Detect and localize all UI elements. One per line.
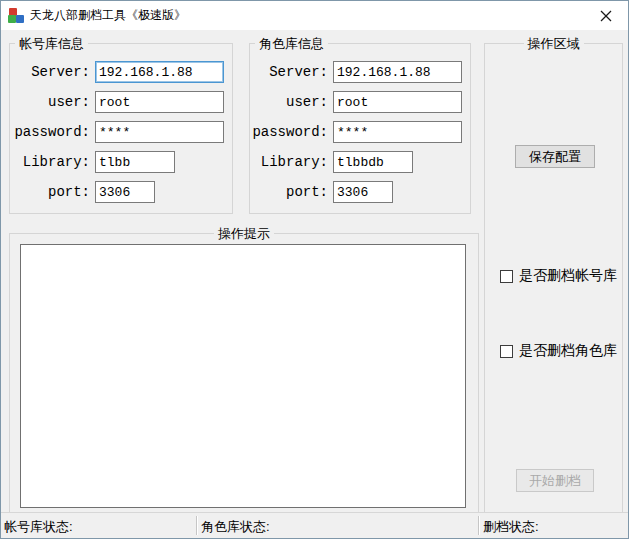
app-window: 天龙八部删档工具《极速版》 帐号库信息 Server: user: passwo…	[0, 0, 629, 539]
role-server-label: Server:	[250, 64, 328, 80]
role-user-label: user:	[250, 94, 328, 110]
statusbar-separator-1	[196, 516, 198, 535]
role-db-status: 角色库状态:	[201, 518, 270, 536]
role-library-row: Library:	[250, 151, 470, 173]
app-blocks-icon	[8, 8, 24, 24]
role-user-input[interactable]	[333, 91, 462, 113]
statusbar-separator-2	[478, 516, 480, 535]
operations-group: 操作区域 保存配置 是否删档帐号库 是否删档角色库 开始删档	[484, 43, 623, 513]
delete-role-db-checkbox[interactable]	[500, 345, 513, 358]
account-user-row: user:	[10, 91, 232, 113]
delete-account-db-checkbox-label: 是否删档帐号库	[519, 267, 617, 285]
delete-account-db-checkbox-row[interactable]: 是否删档帐号库	[500, 268, 617, 284]
account-password-row: password:	[10, 121, 232, 143]
close-button[interactable]	[583, 1, 628, 30]
account-db-group-title: 帐号库信息	[15, 35, 88, 52]
role-port-input[interactable]	[333, 181, 393, 203]
delete-role-db-checkbox-row[interactable]: 是否删档角色库	[500, 343, 617, 359]
status-bar: 帐号库状态: 角色库状态: 删档状态:	[1, 512, 628, 538]
account-server-label: Server:	[10, 64, 90, 80]
account-port-row: port:	[10, 181, 232, 203]
account-db-group: 帐号库信息 Server: user: password: Library: p…	[9, 43, 233, 214]
account-user-input[interactable]	[95, 91, 224, 113]
role-port-label: port:	[250, 184, 328, 200]
delete-role-db-checkbox-label: 是否删档角色库	[519, 342, 617, 360]
role-library-input[interactable]	[333, 151, 413, 173]
account-db-status: 帐号库状态:	[4, 518, 73, 536]
role-library-label: Library:	[250, 154, 328, 170]
operation-hint-group: 操作提示	[9, 233, 479, 513]
role-server-row: Server:	[250, 61, 470, 83]
account-user-label: user:	[10, 94, 90, 110]
account-library-row: Library:	[10, 151, 232, 173]
account-password-label: password:	[10, 124, 90, 140]
account-library-input[interactable]	[95, 151, 175, 173]
role-password-row: password:	[250, 121, 470, 143]
start-delete-button: 开始删档	[516, 469, 594, 492]
account-password-input[interactable]	[95, 121, 224, 143]
account-port-input[interactable]	[95, 181, 155, 203]
account-library-label: Library:	[10, 154, 90, 170]
role-server-input[interactable]	[333, 61, 462, 83]
icon-blue-cube	[16, 15, 24, 23]
delete-account-db-checkbox[interactable]	[500, 270, 513, 283]
account-server-row: Server:	[10, 61, 232, 83]
icon-green-cube	[8, 15, 16, 23]
operation-hint-log[interactable]	[20, 244, 466, 508]
role-db-group: 角色库信息 Server: user: password: Library: p…	[249, 43, 471, 214]
close-icon	[600, 10, 612, 22]
role-user-row: user:	[250, 91, 470, 113]
delete-status: 删档状态:	[483, 518, 539, 536]
operations-group-title: 操作区域	[524, 35, 584, 52]
role-port-row: port:	[250, 181, 470, 203]
title-bar: 天龙八部删档工具《极速版》	[1, 1, 628, 30]
role-db-group-title: 角色库信息	[255, 35, 328, 52]
role-password-input[interactable]	[333, 121, 462, 143]
window-title: 天龙八部删档工具《极速版》	[30, 7, 186, 24]
role-password-label: password:	[250, 124, 328, 140]
operation-hint-group-title: 操作提示	[214, 225, 274, 242]
account-port-label: port:	[10, 184, 90, 200]
account-server-input[interactable]	[95, 61, 224, 83]
save-config-button[interactable]: 保存配置	[515, 145, 595, 168]
